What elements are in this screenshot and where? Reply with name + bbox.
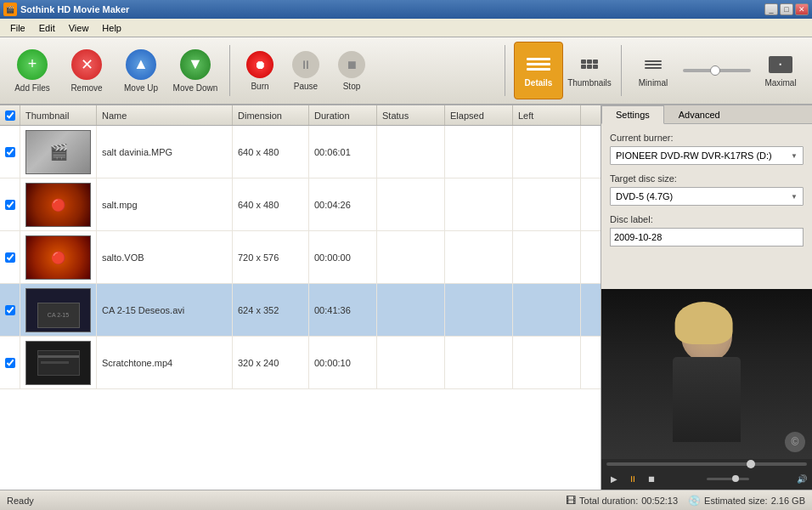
watermark: ©	[785, 432, 805, 452]
file-list: 🎬 salt davinia.MPG 640 x 480 00:06:01	[0, 126, 601, 490]
right-panel: Settings Advanced Current burner: PIONEE…	[601, 105, 812, 490]
menu-help[interactable]: Help	[95, 21, 128, 35]
row-dur-2: 00:04:26	[309, 178, 377, 230]
row-dim-3: 720 x 576	[233, 231, 309, 283]
move-down-button[interactable]: ▼ Move Down	[170, 42, 221, 99]
minimal-view-button[interactable]: Minimal	[629, 42, 678, 99]
row-check-2[interactable]	[0, 178, 20, 230]
current-burner-dropdown[interactable]: PIONEER DVD-RW DVR-K17RS (D:) ▼	[610, 146, 804, 165]
minimal-icon	[640, 54, 667, 75]
list-item[interactable]: CA 2-15 CA 2-15 Deseos.avi 624 x 352 00:…	[0, 284, 601, 337]
move-up-button[interactable]: ▲ Move Up	[116, 42, 166, 99]
header-name: Name	[97, 105, 233, 125]
row-thumb-5	[20, 337, 97, 388]
header-status: Status	[377, 105, 445, 125]
header-duration: Duration	[309, 105, 377, 125]
menu-view[interactable]: View	[62, 21, 96, 35]
volume-icon: 🔊	[797, 474, 807, 484]
target-disc-label: Target disc size:	[610, 173, 804, 184]
row-status-1	[377, 126, 445, 178]
details-view-button[interactable]: Details	[514, 42, 563, 99]
video-controls: ▶ ⏸ ⏹ 🔊	[601, 459, 812, 490]
add-icon: +	[17, 49, 48, 80]
row-dim-1: 640 x 480	[233, 126, 309, 178]
tab-advanced[interactable]: Advanced	[664, 105, 735, 123]
row-elapsed-2	[445, 178, 513, 230]
file-list-area: Thumbnail Name Dimension Duration Status…	[0, 105, 601, 490]
disc-label-label: Disc label:	[610, 214, 804, 224]
disc-dropdown-arrow: ▼	[791, 193, 798, 201]
move-down-icon: ▼	[180, 49, 211, 80]
app-icon: 🎬	[3, 3, 17, 16]
row-thumb-3: 🔴	[20, 231, 97, 283]
thumbnail-3: 🔴	[25, 235, 91, 280]
preview-area: ©	[601, 289, 812, 459]
row-name-2: salt.mpg	[97, 178, 233, 230]
tab-settings[interactable]: Settings	[601, 105, 664, 124]
thumbnail-1: 🎬	[25, 130, 91, 174]
move-up-icon: ▲	[126, 49, 156, 80]
select-all-checkbox[interactable]	[5, 110, 15, 121]
details-icon	[525, 54, 552, 75]
thumbnails-view-button[interactable]: Thumbnails	[565, 42, 614, 99]
header-thumbnail: Thumbnail	[20, 105, 97, 125]
progress-bar[interactable]	[606, 462, 807, 466]
row-status-2	[377, 178, 445, 230]
list-item[interactable]: 🔴 salt.mpg 640 x 480 00:04:26	[0, 178, 601, 231]
toolbar: + Add Files ✕ Remove ▲ Move Up ▼ Move Do…	[0, 37, 812, 105]
add-files-button[interactable]: + Add Files	[7, 42, 58, 99]
list-item[interactable]: 🎬 salt davinia.MPG 640 x 480 00:06:01	[0, 126, 601, 178]
row-check-1[interactable]	[0, 126, 20, 178]
burn-button[interactable]: ⏺ Burn	[239, 42, 281, 99]
row-left-2	[513, 178, 581, 230]
row-dur-5: 00:00:10	[309, 337, 377, 388]
menu-file[interactable]: File	[3, 21, 32, 35]
progress-thumb[interactable]	[747, 460, 755, 468]
pause-playback-button[interactable]: ⏸	[625, 471, 640, 486]
person-body	[673, 357, 741, 442]
play-button[interactable]: ▶	[606, 471, 622, 486]
remove-button[interactable]: ✕ Remove	[61, 42, 112, 99]
minimize-button[interactable]: _	[764, 3, 778, 15]
maximize-button[interactable]: □	[780, 3, 793, 15]
maximal-view-button[interactable]: ▪ Maximal	[756, 42, 805, 99]
row-check-3[interactable]	[0, 231, 20, 283]
stop-icon: ⏹	[338, 51, 365, 78]
zoom-slider	[679, 42, 754, 99]
list-item[interactable]: Scratchtone.mp4 320 x 240 00:00:10	[0, 337, 601, 389]
row-left-3	[513, 231, 581, 283]
row-check-4[interactable]	[0, 284, 20, 336]
header-elapsed: Elapsed	[445, 105, 513, 125]
pause-button[interactable]: ⏸ Pause	[285, 42, 327, 99]
stop-playback-button[interactable]: ⏹	[644, 471, 659, 486]
row-dur-4: 00:41:36	[309, 284, 377, 336]
remove-icon: ✕	[71, 49, 102, 80]
status-size: 💿 Estimated size: 2.16 GB	[688, 495, 805, 507]
stop-button[interactable]: ⏹ Stop	[330, 42, 373, 99]
burn-icon: ⏺	[246, 51, 273, 78]
disc-label-input[interactable]	[610, 228, 804, 246]
toolbar-separator-3	[621, 45, 622, 96]
close-button[interactable]: ✕	[795, 3, 809, 15]
menubar: File Edit View Help	[0, 19, 812, 37]
thumbnail-2: 🔴	[25, 183, 91, 227]
list-item[interactable]: 🔴 salto.VOB 720 x 576 00:00:00	[0, 231, 601, 284]
row-status-3	[377, 231, 445, 283]
volume-bar[interactable]	[707, 478, 749, 480]
preview-person: ©	[601, 289, 812, 459]
burner-dropdown-arrow: ▼	[791, 152, 798, 160]
row-elapsed-1	[445, 126, 513, 178]
row-check-5[interactable]	[0, 337, 20, 388]
pause-icon: ⏸	[292, 51, 319, 78]
row-thumb-1: 🎬	[20, 126, 97, 178]
row-elapsed-4	[445, 284, 513, 336]
statusbar: Ready 🎞 Total duration: 00:52:13 💿 Estim…	[0, 490, 812, 510]
app-title: 🎬 Sothink HD Movie Maker	[3, 3, 129, 16]
volume-thumb[interactable]	[732, 475, 739, 482]
target-disc-dropdown[interactable]: DVD-5 (4.7G) ▼	[610, 187, 804, 206]
row-elapsed-3	[445, 231, 513, 283]
preview-image: ©	[601, 289, 812, 459]
row-thumb-4: CA 2-15	[20, 284, 97, 336]
menu-edit[interactable]: Edit	[32, 21, 62, 35]
header-left: Left	[513, 105, 581, 125]
